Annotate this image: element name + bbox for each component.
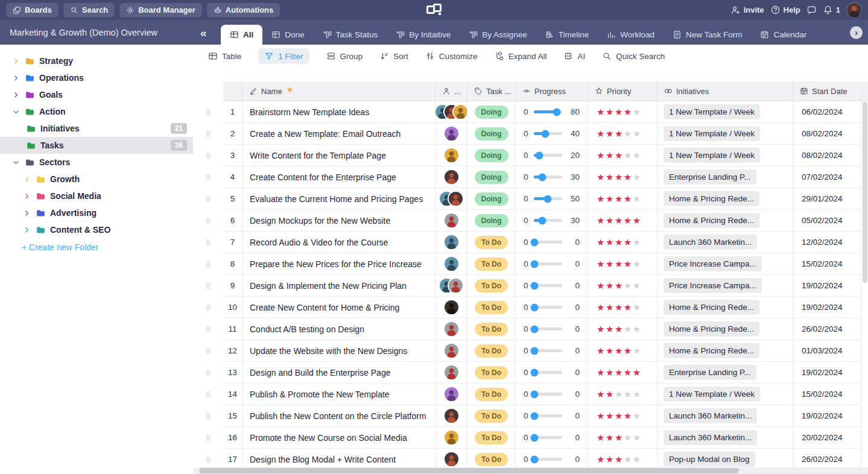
column-header-priority[interactable]: Priority: [588, 81, 657, 101]
table-row[interactable]: 16Promote the New Course on Social Media…: [193, 427, 868, 449]
star-filled-icon[interactable]: ★: [597, 389, 606, 400]
progress-handle[interactable]: [538, 173, 546, 181]
assignee-cell[interactable]: [436, 362, 467, 384]
status-badge[interactable]: To Do: [475, 366, 508, 379]
toolbar-sort-button[interactable]: Sort: [379, 51, 408, 61]
start-date-cell[interactable]: 05/02/2024: [793, 210, 861, 232]
task-name[interactable]: Update the Website with the New Designs: [242, 340, 436, 362]
start-date-cell[interactable]: 19/02/2024: [793, 275, 861, 297]
chat-button[interactable]: [806, 5, 817, 15]
progress-slider[interactable]: [534, 458, 562, 461]
star-filled-icon[interactable]: ★: [624, 194, 633, 204]
star-filled-icon[interactable]: ★: [624, 411, 633, 422]
star-empty-icon[interactable]: ★: [624, 324, 633, 335]
task-name[interactable]: Prepare the New Prices for the Price Inc…: [242, 253, 436, 275]
progress-slider[interactable]: [534, 371, 562, 374]
column-header-name[interactable]: Name★: [242, 81, 436, 101]
chevron-right-icon[interactable]: [11, 57, 21, 65]
drag-handle-icon[interactable]: [193, 362, 223, 384]
table-row[interactable]: 6Design Mockups for the New WebsiteDoing…: [193, 210, 868, 232]
star-empty-icon[interactable]: ★: [633, 128, 642, 139]
task-name[interactable]: Create Content for the Enterprise Page: [242, 166, 436, 188]
assignee-cell[interactable]: [436, 405, 467, 427]
progress-cell[interactable]: 040: [516, 123, 588, 145]
start-date-cell[interactable]: 20/02/2024: [793, 427, 861, 449]
status-badge[interactable]: To Do: [475, 258, 508, 271]
initiative-badge[interactable]: Enterprise Landing P...: [664, 365, 756, 380]
priority-stars[interactable]: ★★★★★: [588, 232, 657, 253]
task-name[interactable]: Write Content for the Template Page: [242, 145, 436, 166]
initiative-badge[interactable]: Enterprise Landing P...: [664, 169, 756, 185]
assignee-cell[interactable]: [436, 253, 467, 275]
star-filled-icon[interactable]: ★: [597, 367, 606, 378]
star-filled-icon[interactable]: ★: [615, 454, 624, 465]
star-empty-icon[interactable]: ★: [633, 194, 642, 204]
status-badge[interactable]: Doing: [475, 127, 508, 141]
progress-handle[interactable]: [531, 282, 539, 289]
status-cell[interactable]: To Do: [467, 318, 516, 340]
sidebar-item-goals[interactable]: Goals: [0, 86, 193, 103]
star-filled-icon[interactable]: ★: [624, 346, 633, 356]
initiative-badge[interactable]: 1 New Template / Week: [664, 148, 760, 163]
progress-slider[interactable]: [534, 241, 562, 244]
assignee-cell[interactable]: [436, 232, 467, 253]
star-filled-icon[interactable]: ★: [606, 128, 615, 139]
table-row[interactable]: 7Record Audio & Video for the CourseTo D…: [193, 232, 868, 253]
status-badge[interactable]: To Do: [475, 236, 508, 249]
horizontal-scrollbar-track[interactable]: [193, 467, 868, 474]
assignee-avatar[interactable]: [443, 364, 460, 381]
assignee-avatar[interactable]: [443, 212, 460, 229]
star-filled-icon[interactable]: ★: [597, 194, 606, 204]
sidebar-item-content-seo[interactable]: Content & SEO: [0, 221, 193, 238]
column-header-initiatives[interactable]: Initiatives: [657, 81, 793, 101]
status-badge[interactable]: To Do: [475, 431, 508, 444]
initiative-badge[interactable]: Price Increase Campa...: [664, 278, 762, 293]
table-row[interactable]: 1Brainstorm New Template IdeasDoing080★★…: [193, 101, 868, 123]
invite-button[interactable]: Invite: [730, 5, 764, 15]
star-filled-icon[interactable]: ★: [624, 107, 633, 118]
start-date-cell[interactable]: 12/02/2024: [793, 232, 861, 253]
drag-handle-icon[interactable]: [193, 210, 223, 232]
star-filled-icon[interactable]: ★: [597, 280, 606, 291]
column-header-task[interactable]: Task ...: [467, 81, 516, 101]
progress-slider[interactable]: [534, 349, 562, 352]
status-cell[interactable]: Doing: [467, 123, 516, 145]
initiative-badge[interactable]: Launch 360 Marketin...: [664, 408, 757, 423]
assignee-avatar[interactable]: [443, 299, 460, 315]
assignee-cell[interactable]: [436, 210, 467, 232]
priority-stars[interactable]: ★★★★★: [588, 318, 657, 340]
status-cell[interactable]: Doing: [467, 188, 516, 210]
tab-by-assignee[interactable]: By Assignee: [460, 25, 536, 45]
star-filled-icon[interactable]: ★: [597, 237, 606, 248]
tabs-scroll-right-button[interactable]: ›: [850, 26, 863, 39]
status-badge[interactable]: Doing: [475, 106, 508, 119]
star-filled-icon[interactable]: ★: [606, 172, 615, 183]
initiative-cell[interactable]: Home & Pricing Rede...: [657, 297, 793, 318]
assignee-avatar[interactable]: [443, 234, 460, 250]
assignee-avatar[interactable]: [448, 191, 464, 207]
star-filled-icon[interactable]: ★: [606, 389, 615, 400]
progress-handle[interactable]: [538, 216, 546, 224]
progress-slider[interactable]: [534, 284, 562, 287]
table-row[interactable]: 12Update the Website with the New Design…: [193, 340, 868, 362]
initiative-cell[interactable]: 1 New Template / Week: [657, 101, 793, 123]
star-filled-icon[interactable]: ★: [597, 107, 606, 118]
initiative-badge[interactable]: Home & Pricing Rede...: [664, 300, 759, 315]
progress-slider[interactable]: [534, 175, 562, 179]
star-filled-icon[interactable]: ★: [606, 346, 615, 356]
task-name[interactable]: Promote the New Course on Social Media: [242, 427, 436, 449]
progress-cell[interactable]: 00: [516, 384, 588, 405]
progress-slider[interactable]: [534, 306, 562, 309]
star-filled-icon[interactable]: ★: [597, 259, 606, 270]
toolbar-expand-all-button[interactable]: Expand All: [495, 51, 547, 61]
star-filled-icon[interactable]: ★: [615, 346, 624, 356]
assignee-cell[interactable]: [436, 427, 467, 449]
initiative-badge[interactable]: 1 New Template / Week: [664, 387, 760, 402]
drag-handle-icon[interactable]: [193, 275, 223, 297]
progress-cell[interactable]: 00: [516, 297, 588, 318]
status-cell[interactable]: To Do: [467, 427, 516, 449]
assignee-avatar[interactable]: [452, 104, 468, 120]
progress-cell[interactable]: 00: [516, 340, 588, 362]
tab-task-status[interactable]: Task Status: [314, 25, 387, 45]
sidebar-item-tasks[interactable]: Tasks36: [0, 137, 193, 154]
